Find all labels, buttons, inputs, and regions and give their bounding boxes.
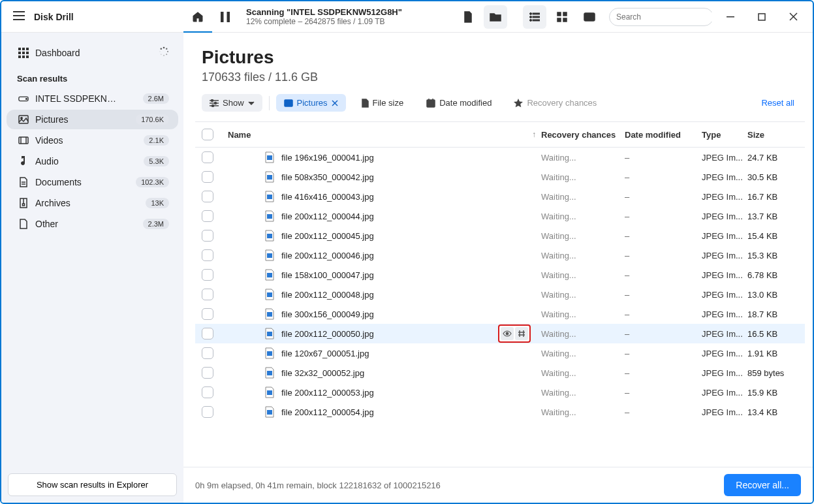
row-checkbox[interactable] bbox=[202, 230, 213, 242]
svg-rect-2 bbox=[13, 19, 25, 20]
table-row[interactable]: file 300x156_000049.jpgWaiting...–JPEG I… bbox=[195, 304, 805, 324]
svg-point-32 bbox=[163, 47, 165, 49]
svg-rect-20 bbox=[759, 14, 765, 20]
table-row[interactable]: file 200x112_000046.jpgWaiting...–JPEG I… bbox=[195, 245, 805, 265]
column-header-size[interactable]: Size bbox=[747, 130, 798, 140]
row-checkbox[interactable] bbox=[202, 249, 213, 261]
table-row[interactable]: file 200x112_000044.jpgWaiting...–JPEG I… bbox=[195, 206, 805, 226]
row-checkbox[interactable] bbox=[202, 328, 213, 339]
svg-rect-12 bbox=[563, 12, 567, 16]
close-button[interactable] bbox=[779, 5, 807, 29]
size-cell: 13.7 KB bbox=[747, 212, 798, 221]
table-row[interactable]: file 196x196_000041.jpgWaiting...–JPEG I… bbox=[195, 148, 805, 167]
reset-all-link[interactable]: Reset all bbox=[761, 98, 794, 108]
recover-all-button[interactable]: Recover all... bbox=[724, 474, 801, 496]
table-row[interactable]: file 508x350_000042.jpgWaiting...–JPEG I… bbox=[195, 167, 805, 187]
table-row[interactable]: file 200x112_000053.jpgWaiting...–JPEG I… bbox=[195, 383, 805, 402]
table-row[interactable]: file 200x112_000054.jpgWaiting...–JPEG I… bbox=[195, 402, 805, 422]
folder-view-button[interactable] bbox=[484, 5, 507, 29]
sidebar-item-videos[interactable]: Videos2.1K bbox=[7, 131, 178, 150]
svg-point-41 bbox=[26, 99, 27, 100]
file-name: file 300x156_000049.jpg bbox=[281, 309, 374, 319]
hex-button[interactable] bbox=[515, 327, 528, 340]
file-icon bbox=[264, 309, 275, 319]
table-row[interactable]: file 158x100_000047.jpgWaiting...–JPEG I… bbox=[195, 265, 805, 285]
file-icon bbox=[264, 230, 275, 241]
row-checkbox[interactable] bbox=[202, 210, 213, 222]
file-icon bbox=[264, 211, 275, 221]
modified-cell: – bbox=[625, 212, 702, 221]
pictures-filter-chip[interactable]: Pictures bbox=[276, 94, 346, 112]
svg-rect-1 bbox=[13, 15, 25, 16]
svg-rect-81 bbox=[267, 351, 272, 356]
close-icon[interactable] bbox=[332, 100, 338, 106]
row-checkbox[interactable] bbox=[202, 151, 213, 163]
row-actions bbox=[498, 324, 531, 343]
home-button[interactable] bbox=[186, 5, 210, 29]
minimize-button[interactable] bbox=[716, 5, 745, 29]
sidebar-item-intel-ssdpeknw-g-[interactable]: INTEL SSDPEKNW512G...2.6M bbox=[7, 89, 178, 108]
svg-rect-83 bbox=[267, 390, 272, 395]
search-input-wrap[interactable] bbox=[609, 8, 713, 26]
modified-cell: – bbox=[625, 290, 702, 300]
row-checkbox[interactable] bbox=[202, 386, 213, 398]
preview-button[interactable] bbox=[501, 327, 514, 340]
type-cell: JPEG Im... bbox=[702, 192, 747, 202]
show-in-explorer-button[interactable]: Show scan results in Explorer bbox=[8, 473, 177, 496]
recovery-chances-filter-label: Recovery chances bbox=[527, 98, 597, 108]
date-modified-filter-button[interactable]: Date modified bbox=[418, 94, 499, 112]
sidebar-item-audio[interactable]: Audio5.3K bbox=[7, 151, 178, 171]
table-row[interactable]: file 200x112_000048.jpgWaiting...–JPEG I… bbox=[195, 285, 805, 304]
table-row[interactable]: file 416x416_000043.jpgWaiting...–JPEG I… bbox=[195, 187, 805, 206]
sidebar-item-other[interactable]: Other2.3M bbox=[7, 214, 178, 234]
split-view-button[interactable] bbox=[578, 5, 601, 29]
column-header-recovery[interactable]: Recovery chances bbox=[541, 130, 625, 140]
table-row[interactable]: file 200x112_000045.jpgWaiting...–JPEG I… bbox=[195, 226, 805, 245]
show-filter-button[interactable]: Show bbox=[202, 94, 262, 112]
pause-button[interactable] bbox=[213, 5, 237, 29]
sidebar-item-label: Other bbox=[35, 219, 58, 229]
file-size-filter-button[interactable]: File size bbox=[352, 93, 413, 112]
search-input[interactable] bbox=[616, 12, 714, 22]
select-all-checkbox[interactable] bbox=[202, 129, 213, 140]
row-checkbox[interactable] bbox=[202, 289, 213, 300]
table-row[interactable]: file 32x32_000052.jpgWaiting...–JPEG Im.… bbox=[195, 363, 805, 383]
column-header-modified[interactable]: Date modified bbox=[625, 130, 702, 140]
sidebar-item-count: 13K bbox=[146, 198, 169, 208]
document-icon bbox=[18, 177, 29, 187]
grid-view-button[interactable] bbox=[550, 5, 574, 29]
recovery-chances-filter-button[interactable]: Recovery chances bbox=[506, 94, 604, 112]
sidebar-item-pictures[interactable]: Pictures170.6K bbox=[7, 110, 178, 129]
table-row[interactable]: file 120x67_000051.jpgWaiting...–JPEG Im… bbox=[195, 343, 805, 363]
file-name: file 200x112_000046.jpg bbox=[281, 251, 374, 260]
list-view-button[interactable] bbox=[523, 5, 546, 29]
recovery-cell: Waiting... bbox=[541, 270, 625, 280]
svg-point-34 bbox=[167, 51, 168, 52]
file-view-button[interactable] bbox=[456, 5, 480, 29]
sidebar-item-documents[interactable]: Documents102.3K bbox=[7, 172, 178, 192]
svg-rect-73 bbox=[267, 292, 272, 297]
row-checkbox[interactable] bbox=[202, 367, 213, 379]
maximize-button[interactable] bbox=[747, 5, 776, 29]
row-checkbox[interactable] bbox=[202, 406, 213, 418]
header: Disk Drill Scanning "INTEL SSDPEKNW512G8… bbox=[1, 1, 813, 33]
row-checkbox[interactable] bbox=[202, 269, 213, 281]
sidebar-item-archives[interactable]: Archives13K bbox=[7, 193, 178, 213]
sidebar-item-dashboard[interactable]: Dashboard bbox=[7, 42, 178, 63]
row-checkbox[interactable] bbox=[202, 347, 213, 359]
file-icon bbox=[264, 270, 275, 280]
table-row[interactable]: file 200x112_000050.jpgWaiting...–JPEG I… bbox=[195, 324, 805, 343]
recovery-cell: Waiting... bbox=[541, 290, 625, 300]
svg-rect-8 bbox=[533, 16, 540, 18]
menu-icon[interactable] bbox=[13, 11, 25, 22]
row-checkbox[interactable] bbox=[202, 171, 213, 183]
sidebar-item-label: Archives bbox=[35, 198, 70, 208]
row-checkbox[interactable] bbox=[202, 308, 213, 320]
modified-cell: – bbox=[625, 407, 702, 417]
svg-rect-14 bbox=[563, 18, 567, 22]
column-header-name[interactable]: Name ↑ bbox=[223, 130, 541, 140]
file-icon bbox=[264, 328, 275, 339]
column-header-type[interactable]: Type bbox=[702, 130, 747, 140]
row-checkbox[interactable] bbox=[202, 191, 213, 202]
sort-arrow-icon: ↑ bbox=[532, 130, 536, 139]
